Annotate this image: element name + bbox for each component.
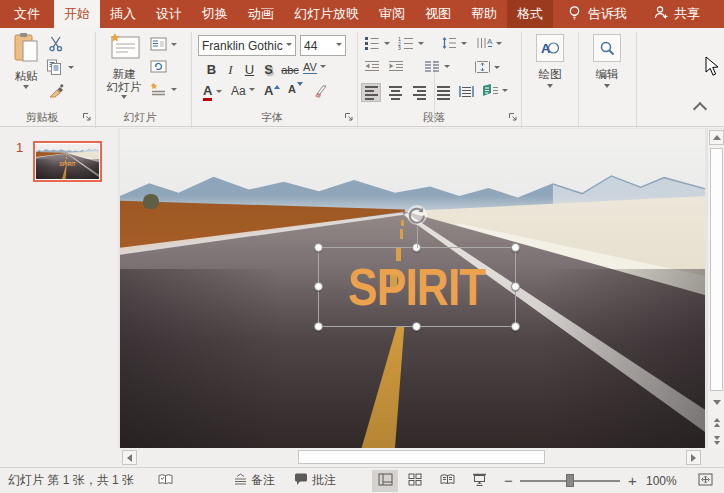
justify-button[interactable] xyxy=(433,83,453,102)
slides-panel[interactable]: 1 SPIRIT xyxy=(0,128,118,467)
paragraph-dialog-launcher-icon[interactable] xyxy=(508,111,518,125)
rotate-handle-icon[interactable] xyxy=(406,204,428,229)
zoom-out-button[interactable]: − xyxy=(504,468,513,493)
columns-button[interactable] xyxy=(424,60,450,75)
tab-view[interactable]: 视图 xyxy=(415,0,461,28)
grow-font-button[interactable]: A xyxy=(264,83,280,98)
new-slide-button[interactable]: 新建幻灯片 xyxy=(102,32,146,102)
align-center-button[interactable] xyxy=(385,83,405,102)
comments-button[interactable]: 批注 xyxy=(294,468,336,493)
paste-dropdown-caret[interactable] xyxy=(23,85,29,92)
font-name-caret[interactable] xyxy=(286,43,292,49)
zoom-slider-thumb[interactable] xyxy=(566,474,574,487)
scroll-right-button[interactable] xyxy=(686,450,701,465)
reset-slide-button[interactable] xyxy=(150,59,167,77)
resize-handle-top-right[interactable] xyxy=(511,243,520,252)
align-left-button[interactable] xyxy=(361,83,381,102)
previous-slide-button[interactable] xyxy=(709,415,724,430)
align-text-caret[interactable] xyxy=(494,66,500,72)
resize-handle-top-left[interactable] xyxy=(314,243,323,252)
horizontal-scrollbar[interactable] xyxy=(118,448,724,467)
cut-button[interactable] xyxy=(48,36,65,55)
resize-handle-bottom-left[interactable] xyxy=(314,322,323,331)
next-slide-button[interactable] xyxy=(709,432,724,447)
editing-button[interactable]: 编辑 xyxy=(585,34,629,91)
bullets-caret[interactable] xyxy=(384,42,390,48)
tell-me-button[interactable]: 告诉我 xyxy=(567,0,627,28)
zoom-in-button[interactable]: + xyxy=(628,468,637,493)
drawing-caret[interactable] xyxy=(547,84,553,91)
font-size-combo[interactable]: 44 xyxy=(300,35,346,56)
shrink-font-button[interactable]: A xyxy=(288,83,303,95)
scroll-left-button[interactable] xyxy=(122,450,137,465)
numbering-button[interactable]: 123 xyxy=(398,36,424,53)
copy-button[interactable] xyxy=(46,59,74,79)
spirit-textbox[interactable]: SPIRIT xyxy=(318,247,516,327)
format-painter-button[interactable] xyxy=(48,83,66,103)
font-name-combo[interactable]: Franklin Gothic xyxy=(198,35,296,56)
line-spacing-button[interactable] xyxy=(441,36,467,53)
tab-transitions[interactable]: 切换 xyxy=(192,0,238,28)
underline-button[interactable]: U xyxy=(240,60,259,79)
smartart-caret[interactable] xyxy=(502,89,508,95)
zoom-level[interactable]: 100% xyxy=(646,468,677,493)
copy-dropdown-caret[interactable] xyxy=(68,66,74,72)
tab-animations[interactable]: 动画 xyxy=(238,0,284,28)
fit-to-window-button[interactable] xyxy=(692,470,718,492)
spellcheck-button[interactable] xyxy=(158,468,173,493)
character-spacing-caret[interactable] xyxy=(320,65,326,71)
new-slide-dropdown-caret[interactable] xyxy=(121,95,127,102)
paste-button[interactable]: 粘贴 xyxy=(6,32,46,92)
section-dropdown-caret[interactable] xyxy=(171,88,177,94)
editing-caret[interactable] xyxy=(604,84,610,91)
tab-format[interactable]: 格式 xyxy=(507,0,553,28)
horizontal-scroll-thumb[interactable] xyxy=(298,450,545,464)
view-normal-button[interactable] xyxy=(372,470,398,492)
section-button[interactable] xyxy=(150,82,177,100)
convert-smartart-button[interactable] xyxy=(481,83,508,101)
font-color-caret[interactable] xyxy=(216,90,222,96)
view-slide-sorter-button[interactable] xyxy=(402,470,428,492)
clear-formatting-button[interactable] xyxy=(314,84,330,102)
change-case-caret[interactable] xyxy=(249,88,255,94)
numbering-caret[interactable] xyxy=(418,42,424,48)
slide-canvas[interactable]: SPIRIT xyxy=(120,129,705,448)
font-size-caret[interactable] xyxy=(336,43,342,49)
text-shadow-button[interactable]: S xyxy=(259,60,278,79)
vertical-scrollbar[interactable] xyxy=(707,129,724,448)
line-spacing-caret[interactable] xyxy=(461,42,467,48)
drawing-button[interactable]: A 绘图 xyxy=(528,34,572,91)
tab-home[interactable]: 开始 xyxy=(54,0,100,28)
distribute-button[interactable] xyxy=(456,83,476,102)
italic-button[interactable]: I xyxy=(221,60,240,79)
strikethrough-button[interactable]: abc xyxy=(278,60,302,79)
tab-help[interactable]: 帮助 xyxy=(461,0,507,28)
tab-file[interactable]: 文件 xyxy=(0,0,54,28)
notes-button[interactable]: 备注 xyxy=(234,468,275,493)
tab-review[interactable]: 审阅 xyxy=(369,0,415,28)
resize-handle-bottom-right[interactable] xyxy=(511,322,520,331)
align-text-button[interactable] xyxy=(474,60,500,77)
columns-caret[interactable] xyxy=(444,65,450,71)
slide-thumbnail[interactable]: SPIRIT xyxy=(33,141,102,182)
tab-slideshow[interactable]: 幻灯片放映 xyxy=(284,0,369,28)
bold-button[interactable]: B xyxy=(202,60,221,79)
view-reading-button[interactable] xyxy=(434,470,460,492)
character-spacing-button[interactable]: AV xyxy=(303,61,326,74)
resize-handle-middle-right[interactable] xyxy=(511,282,520,291)
clipboard-dialog-launcher-icon[interactable] xyxy=(82,111,92,125)
view-slideshow-button[interactable] xyxy=(466,470,492,492)
tab-design[interactable]: 设计 xyxy=(146,0,192,28)
scroll-down-button[interactable] xyxy=(709,395,724,410)
collapse-ribbon-chevron-icon[interactable] xyxy=(693,102,707,116)
font-dialog-launcher-icon[interactable] xyxy=(344,111,354,125)
resize-handle-bottom-middle[interactable] xyxy=(412,322,421,331)
layout-button[interactable] xyxy=(150,37,177,54)
share-button[interactable]: 共享 xyxy=(653,0,700,28)
resize-handle-middle-left[interactable] xyxy=(314,282,323,291)
align-right-button[interactable] xyxy=(409,83,429,102)
decrease-indent-button[interactable] xyxy=(364,60,380,75)
bullets-button[interactable] xyxy=(364,36,390,53)
vertical-scroll-thumb[interactable] xyxy=(710,148,723,391)
change-case-button[interactable]: Aa xyxy=(231,84,255,98)
